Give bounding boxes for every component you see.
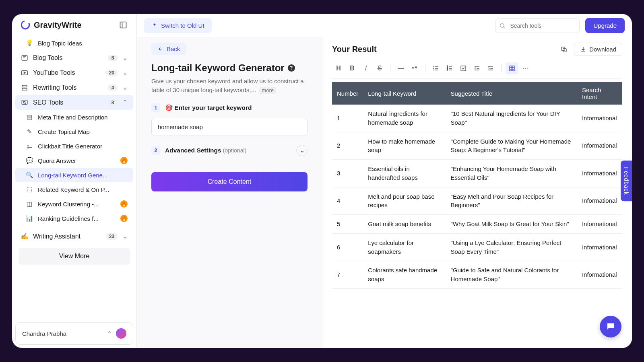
sidebar-item-topical-map[interactable]: ✎Create Topical Map — [15, 124, 133, 139]
step-label: Advanced Settings (optional) — [165, 147, 246, 154]
count-badge: 8 — [108, 55, 118, 61]
back-label: Back — [167, 45, 180, 52]
ul-tool[interactable] — [429, 62, 442, 74]
count-badge: 23 — [106, 233, 118, 240]
svg-rect-4 — [22, 100, 27, 105]
sidebar-item-label: Quora Answer — [38, 157, 116, 164]
search-icon — [499, 23, 506, 29]
strike-tool[interactable]: S — [373, 62, 386, 74]
sidebar-item-label: Meta Title and Description — [38, 114, 128, 121]
more-tool[interactable]: ⋯ — [519, 62, 532, 74]
feedback-tab[interactable]: Feedback — [621, 160, 632, 201]
sidebar-item-related-keyword[interactable]: ⬚Related Keyword & On P... — [15, 182, 133, 197]
avatar — [116, 328, 126, 339]
sidebar-group-rewriting-tools[interactable]: Rewriting Tools 4 ⌄ — [15, 80, 133, 95]
table-cell: Natural ingredients for homemade soap — [363, 105, 446, 132]
download-icon — [580, 46, 586, 53]
sidebar-group-blog-tools[interactable]: Blog Tools 8 ⌄ — [15, 50, 133, 65]
table-tool[interactable] — [506, 62, 518, 74]
checklist-tool[interactable] — [457, 62, 470, 74]
sidebar-item-clustering[interactable]: ◫Keyword Clustering -...🔥 — [15, 197, 133, 211]
rewrite-icon — [21, 84, 28, 91]
sidebar-item-label: SEO Tools — [33, 99, 103, 106]
table-cell: "Enhancing Your Homemade Soap with Essen… — [446, 160, 577, 187]
table-cell: 7 — [332, 261, 363, 289]
chevron-down-icon: ⌄ — [122, 84, 128, 91]
table-cell: 1 — [332, 105, 363, 132]
chat-icon — [606, 322, 615, 331]
sidebar-group-seo-tools[interactable]: SEO Tools 8 ⌃ — [15, 95, 133, 110]
search-input[interactable] — [495, 19, 580, 33]
sidebar-item-longtail[interactable]: 🔍Long-tail Keyword Gene... — [15, 168, 133, 182]
table-header: Number — [332, 82, 363, 105]
sidebar-item-blog-topic-ideas[interactable]: 💡 Blog Topic Ideas — [15, 36, 133, 50]
fire-icon: 🔥 — [120, 200, 128, 208]
table-cell: Colorants safe handmade soaps — [363, 261, 446, 289]
italic-tool[interactable]: I — [359, 62, 372, 74]
hr-tool[interactable]: — — [394, 62, 407, 74]
table-row: 2How to make homemade soap"Complete Guid… — [332, 132, 622, 160]
download-button[interactable]: Download — [574, 43, 622, 56]
sidebar-group-youtube-tools[interactable]: YouTube Tools 20 ⌄ — [15, 65, 133, 80]
table-cell: "Easy Melt and Pour Soap Recipes for Beg… — [446, 187, 577, 215]
svg-point-9 — [433, 66, 434, 67]
table-header: Search Intent — [577, 82, 622, 105]
table-row: 7Colorants safe handmade soaps"Guide to … — [332, 261, 622, 289]
user-name: Chandra Prabha — [22, 330, 103, 337]
table-cell: 3 — [332, 160, 363, 187]
fire-icon: 🔥 — [120, 215, 128, 222]
page-title: Long-tail Keyword Generator ? — [151, 62, 308, 74]
sidebar-item-ranking[interactable]: 📊Ranking Guidelines f...🔥 — [15, 211, 133, 226]
sidebar-item-label: Create Topical Map — [38, 128, 128, 135]
create-content-button[interactable]: Create Content — [151, 172, 308, 191]
switch-ui-button[interactable]: Switch to Old UI — [144, 18, 212, 33]
help-icon[interactable]: ? — [288, 64, 295, 72]
table-cell: Informational — [577, 105, 622, 132]
table-cell: 2 — [332, 132, 363, 160]
outdent-tool[interactable] — [471, 62, 483, 74]
back-button[interactable]: Back — [151, 43, 186, 55]
indent-tool[interactable] — [484, 62, 497, 74]
copy-button[interactable] — [558, 43, 570, 56]
brand-logo[interactable]: GravityWrite — [20, 20, 82, 30]
layout-toggle-button[interactable] — [118, 20, 128, 30]
sidebar-item-label: Blog Topic Ideas — [38, 40, 128, 47]
bold-tool[interactable]: B — [346, 62, 359, 74]
chat-fab[interactable] — [600, 316, 621, 337]
sidebar-item-clickbait[interactable]: 🏷Clickbait Title Generator — [15, 139, 133, 153]
result-table: NumberLong-tail KeywordSuggested TitleSe… — [332, 82, 622, 289]
sidebar-group-writing-assistant[interactable]: ✍ Writing Assistant 23 ⌄ — [15, 229, 133, 244]
view-more-button[interactable]: View More — [19, 248, 130, 265]
user-menu[interactable]: Chandra Prabha ⌃ — [15, 322, 133, 345]
search-icon: 🔍 — [26, 171, 33, 179]
table-cell: "10 Best Natural Ingredients for Your DI… — [446, 105, 577, 132]
table-row: 5Goat milk soap benefits"Why Goat Milk S… — [332, 215, 622, 234]
table-cell: 5 — [332, 215, 363, 234]
table-cell: 4 — [332, 187, 363, 215]
table-cell: Informational — [577, 215, 622, 234]
advanced-settings-toggle[interactable]: 2 Advanced Settings (optional) ⌄ — [151, 145, 308, 156]
assistant-icon: ✍ — [21, 233, 28, 240]
svg-point-11 — [433, 70, 434, 70]
brand-label: GravityWrite — [34, 21, 82, 30]
related-icon: ⬚ — [26, 186, 33, 193]
sidebar-item-label: Clickbait Title Generator — [38, 143, 128, 150]
table-cell: How to make homemade soap — [363, 132, 446, 160]
svg-rect-16 — [510, 66, 514, 71]
heading-tool[interactable]: H — [332, 62, 345, 74]
sidebar-item-label: Writing Assistant — [33, 233, 101, 240]
sidebar-item-meta-title[interactable]: ▤Meta Title and Description — [15, 110, 133, 124]
sidebar-item-quora[interactable]: 💬Quora Answer🔥 — [15, 153, 133, 168]
table-header: Long-tail Keyword — [363, 82, 446, 105]
count-badge: 8 — [108, 99, 118, 106]
download-label: Download — [589, 46, 616, 53]
ol-tool[interactable]: 123 — [443, 62, 456, 74]
more-link[interactable]: more — [259, 87, 276, 94]
table-cell: Informational — [577, 233, 622, 261]
keyword-input[interactable] — [151, 118, 308, 136]
upgrade-button[interactable]: Upgrade — [585, 18, 625, 33]
blog-icon — [21, 54, 28, 62]
step-number: 2 — [151, 146, 160, 155]
quote-tool[interactable]: ❝❞ — [408, 62, 421, 74]
cluster-icon: ◫ — [26, 200, 33, 208]
